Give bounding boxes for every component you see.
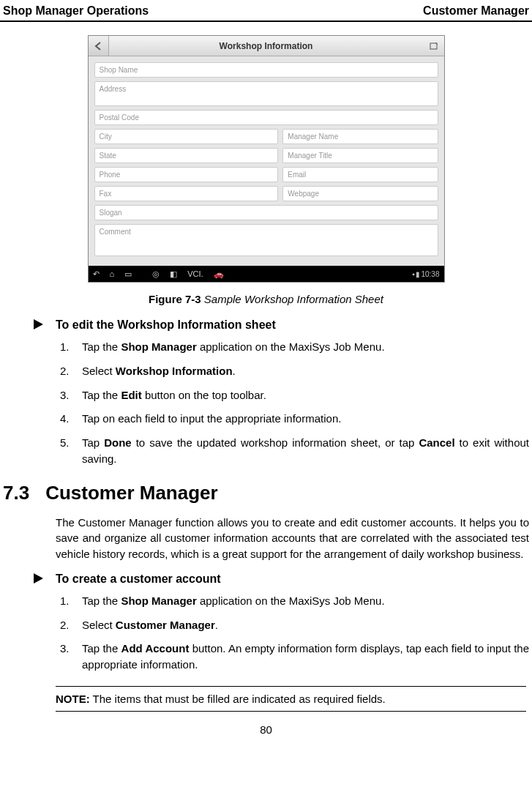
shopname-field: Shop Name — [94, 62, 438, 78]
back-icon — [89, 36, 109, 56]
comment-field: Comment — [94, 224, 438, 256]
proc2-step3: Tap the Add Account button. An empty inf… — [82, 641, 529, 673]
screenshot-title: Workshop Information — [109, 41, 424, 51]
fax-field: Fax — [94, 186, 279, 201]
header-right: Customer Manager — [423, 4, 529, 18]
nav-apps-icon: ▭ — [124, 269, 132, 279]
nav-back-icon: ↶ — [93, 269, 100, 279]
section-paragraph: The Customer Manager function allows you… — [3, 515, 529, 562]
proc1-step4: Tap on each field to input the appropria… — [82, 411, 529, 427]
note-box: NOTE: The items that must be filled are … — [56, 686, 526, 712]
email-field: Email — [282, 167, 438, 182]
proc1-step5: Tap Done to save the updated workshop in… — [82, 435, 529, 467]
address-field: Address — [94, 81, 438, 106]
workshop-info-screenshot: Workshop Information Shop Name Address P… — [88, 35, 445, 283]
managername-field: Manager Name — [282, 129, 438, 144]
section-title: Customer Manager — [45, 482, 218, 504]
managertitle-field: Manager Title — [282, 148, 438, 163]
slogan-field: Slogan — [94, 205, 438, 220]
procedure2-title: To create a customer account — [56, 573, 529, 586]
edit-icon — [424, 36, 444, 56]
screenshot-time: ▪ ▮ 10:38 — [412, 270, 439, 278]
nav-home-icon: ⌂ — [110, 269, 115, 278]
proc1-step1: Tap the Shop Manager application on the … — [82, 339, 529, 355]
section-number: 7.3 — [3, 482, 29, 504]
nav-screenshot-icon: ◧ — [170, 269, 177, 279]
proc1-step2: Select Workshop Information. — [82, 363, 529, 379]
nav-vci-icon: VCI. — [187, 269, 203, 278]
page-number: 80 — [0, 723, 532, 743]
procedure-marker-icon — [34, 319, 43, 329]
webpage-field: Webpage — [282, 186, 438, 201]
phone-field: Phone — [94, 167, 279, 182]
proc1-step3: Tap the Edit button on the top toolbar. — [82, 387, 529, 403]
nav-car-icon: 🚗 — [214, 269, 224, 279]
procedure1-title: To edit the Workshop Information sheet — [56, 318, 529, 332]
figure-caption: Figure 7-3 Sample Workshop Information S… — [3, 293, 529, 305]
proc2-step1: Tap the Shop Manager application on the … — [82, 593, 529, 609]
procedure-marker-icon — [34, 573, 43, 584]
city-field: City — [94, 129, 279, 144]
header-left: Shop Manager Operations — [3, 4, 149, 18]
nav-camera-icon: ◎ — [152, 269, 160, 279]
svg-rect-0 — [430, 43, 437, 49]
proc2-step2: Select Customer Manager. — [82, 617, 529, 633]
state-field: State — [94, 148, 279, 163]
postalcode-field: Postal Code — [94, 110, 438, 125]
